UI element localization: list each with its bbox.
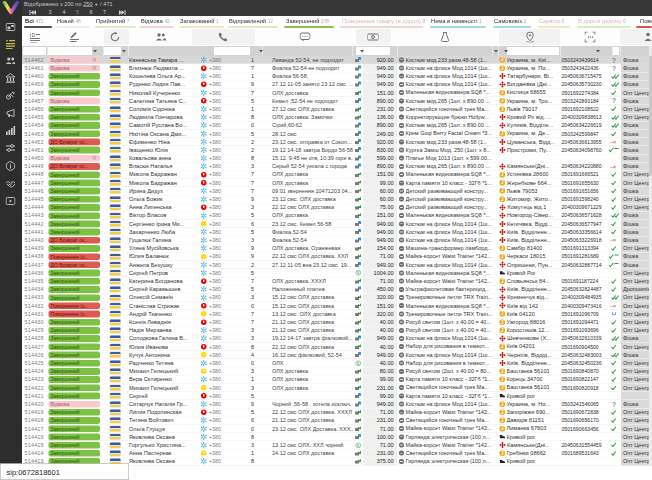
svg-text:ID: ID [30,32,36,38]
